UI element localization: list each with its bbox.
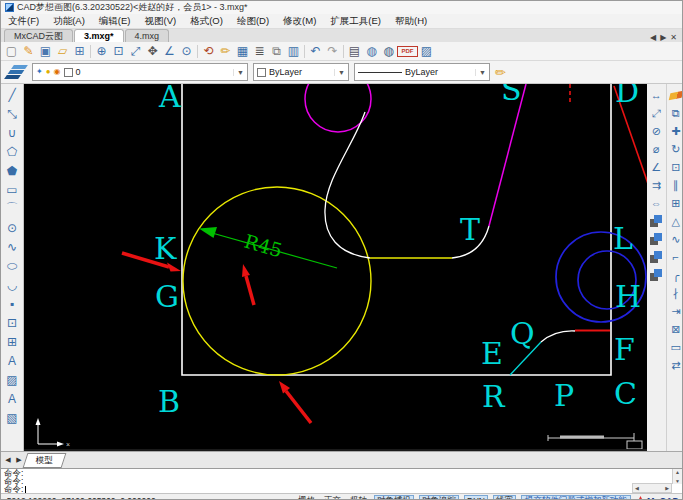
menu-item-6[interactable]: 修改(M) <box>276 15 323 28</box>
copy-tool[interactable]: ⧉ <box>667 104 683 122</box>
copy-objects-2-tool[interactable] <box>648 230 665 248</box>
redo-button[interactable]: ↷ <box>324 43 341 59</box>
document-tab-3mxg[interactable]: 3.mxg* <box>74 29 124 42</box>
draw-order-icon[interactable]: ✏ <box>495 65 506 80</box>
spline-edit-tool[interactable]: ∿ <box>667 230 683 248</box>
arc-tool[interactable]: ⌒ <box>3 199 21 218</box>
menu-item-8[interactable]: 帮助(H) <box>388 15 434 28</box>
spline-tool[interactable]: ∿ <box>3 237 21 256</box>
model-tab-scroll-right[interactable]: ▶ <box>14 456 24 464</box>
scale-tool[interactable]: ⊡ <box>667 158 683 176</box>
new-file-button[interactable]: ▢ <box>3 43 20 59</box>
cad-drawing[interactable]: R45 <box>24 84 647 449</box>
linear-dimension-tool[interactable]: ↔ <box>648 86 665 104</box>
layer-dropdown[interactable]: ✦ ● ◉ 0 ▼ <box>32 63 248 81</box>
pan-button[interactable]: ✥ <box>144 43 161 59</box>
zoom-in-button[interactable]: ⊕ <box>93 43 110 59</box>
model-tab-scroll-left[interactable]: ◀ <box>3 456 13 464</box>
text-tool[interactable]: A <box>3 351 21 370</box>
text-style-button[interactable]: ≣ <box>251 43 268 59</box>
publish-web-button[interactable]: ◍ <box>363 43 380 59</box>
paste-special-tool[interactable] <box>648 266 665 284</box>
layer-dropdown-arrow-icon[interactable]: ▼ <box>233 69 244 76</box>
tab-scroll-left[interactable]: ◀ <box>650 33 656 42</box>
layers-icon[interactable] <box>11 65 28 69</box>
chamfer-tool[interactable]: ⌐ <box>667 248 683 266</box>
ellipse-arc-tool[interactable]: ◡ <box>3 275 21 294</box>
command-vscrollbar[interactable]: ▲▼ <box>672 469 682 484</box>
aligned-dimension-tool[interactable]: ⤢ <box>648 104 665 122</box>
zoom-extents-button[interactable]: ⤢ <box>127 43 144 59</box>
zoom-previous-button[interactable]: ⊙ <box>178 43 195 59</box>
measure-button[interactable]: ∠ <box>161 43 178 59</box>
continue-dimension-tool[interactable]: ⇉ <box>648 176 665 194</box>
menu-item-7[interactable]: 扩展工具(E) <box>323 15 388 28</box>
menu-item-1[interactable]: 功能(A) <box>46 15 92 28</box>
status-toggle-DYN[interactable]: DYN <box>464 495 488 500</box>
drawing-canvas[interactable]: R45 <box>24 84 647 451</box>
rectangle-tool[interactable]: ▭ <box>3 180 21 199</box>
status-toggle-线宽[interactable]: 线宽 <box>493 495 516 500</box>
export-image-button[interactable]: ▨ <box>418 43 435 59</box>
status-toggle-栅格[interactable]: 栅格 <box>296 495 317 500</box>
join-tool[interactable]: ⇄ <box>667 356 683 374</box>
dimension-style-tool[interactable]: ⇔ <box>648 194 665 212</box>
angular-dimension-tool[interactable]: ∠ <box>648 158 665 176</box>
insert-block-tool[interactable]: ⊡ <box>3 313 21 332</box>
status-toggle-对象追踪[interactable]: 对象追踪 <box>419 495 459 500</box>
break-tool[interactable]: ∤ <box>667 284 683 302</box>
status-toggle-正交[interactable]: 正交 <box>322 495 343 500</box>
hatch-tool[interactable]: ▧ <box>3 408 21 427</box>
explode-tool[interactable]: ⊠ <box>667 320 683 338</box>
array-tool[interactable]: ⊞ <box>667 194 683 212</box>
mtext-tool[interactable]: A <box>3 389 21 408</box>
linetype-dropdown-arrow-icon[interactable]: ▼ <box>475 69 486 76</box>
rotate-tool[interactable]: ↻ <box>667 140 683 158</box>
menu-item-5[interactable]: 绘图(D) <box>230 15 276 28</box>
open-edit-button[interactable]: ✎ <box>20 43 37 59</box>
status-toggle-极轴[interactable]: 极轴 <box>348 495 369 500</box>
feedback-link[interactable]: 提交软件问题或增加新功能 <box>521 495 631 500</box>
polygon-2-tool[interactable]: ⬟ <box>3 161 21 180</box>
color-dropdown[interactable]: ByLayer ▼ <box>253 63 349 81</box>
point-tool[interactable]: ▪ <box>3 294 21 313</box>
command-input[interactable]: 命令: <box>4 485 682 493</box>
make-block-tool[interactable]: ⊞ <box>3 332 21 351</box>
save-button[interactable]: ▣ <box>37 43 54 59</box>
document-tab-4mxg[interactable]: 4.mxg <box>125 29 170 42</box>
menu-item-0[interactable]: 文件(F) <box>1 15 46 28</box>
image-tool[interactable]: ▨ <box>3 370 21 389</box>
mirror-tool[interactable]: △ <box>667 212 683 230</box>
arc-turn-tool[interactable]: ∪ <box>3 123 21 142</box>
export-pdf-button[interactable]: PDF <box>397 46 418 57</box>
boundary-tool[interactable]: ▭ <box>667 338 683 356</box>
color-palette-button[interactable]: ▦ <box>234 43 251 59</box>
color-dropdown-arrow-icon[interactable]: ▼ <box>334 69 345 76</box>
line-tool[interactable]: ╱ <box>3 85 21 104</box>
document-tab-MxCAD[interactable]: MxCAD云图 <box>4 29 73 42</box>
display-button[interactable]: ▥ <box>285 43 302 59</box>
diameter-dimension-tool[interactable]: ⌀ <box>648 140 665 158</box>
model-tab[interactable]: 模型 <box>23 453 67 468</box>
copy-button[interactable]: ⧉ <box>268 43 285 59</box>
copy-objects-tool[interactable] <box>648 212 665 230</box>
tab-close[interactable]: ✕ <box>670 33 677 42</box>
tab-scroll-right[interactable]: ▶ <box>660 33 666 42</box>
circle-tool[interactable]: ⊙ <box>3 218 21 237</box>
command-window[interactable]: 命令:命令: 命令: ▲▼ ◀▶ <box>1 468 682 493</box>
save-as-button[interactable]: ⊞ <box>71 43 88 59</box>
orbit-button[interactable]: ⟲ <box>200 43 217 59</box>
radius-dimension-tool[interactable]: ⊘ <box>648 122 665 140</box>
undo-button[interactable]: ↶ <box>307 43 324 59</box>
menu-item-2[interactable]: 编辑(E) <box>92 15 138 28</box>
trim-tool[interactable]: ⇥ <box>667 302 683 320</box>
menu-item-4[interactable]: 格式(O) <box>183 15 230 28</box>
linetype-dropdown[interactable]: ByLayer ▼ <box>354 63 490 81</box>
print-button[interactable]: ▤ <box>346 43 363 59</box>
move-tool[interactable]: ✚ <box>667 122 683 140</box>
menu-item-3[interactable]: 视图(V) <box>137 15 183 28</box>
command-hscrollbar[interactable]: ◀▶ <box>632 483 672 493</box>
construction-line-tool[interactable]: ⤡ <box>3 104 21 123</box>
publish-web-2-button[interactable]: ◍ <box>380 43 397 59</box>
paste-objects-tool[interactable] <box>648 248 665 266</box>
